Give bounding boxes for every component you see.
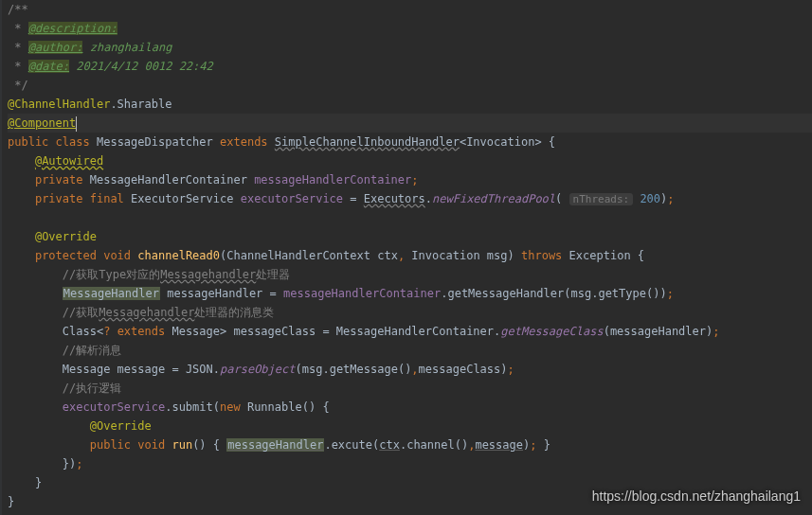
annotation-autowired: @Autowired <box>35 154 103 168</box>
code-line: MessageHandler messageHandler = messageH… <box>8 284 812 303</box>
doc-close: */ <box>8 79 28 92</box>
javadoc-author-tag: @author: <box>28 41 83 54</box>
code-line: @ChannelHandler.Sharable <box>8 95 812 114</box>
code-line: protected void channelRead0(ChannelHandl… <box>8 246 812 265</box>
type-messagehandler: MessageHandler <box>63 287 160 300</box>
code-line: @Autowired <box>8 151 812 170</box>
code-line: private MessageHandlerContainer messageH… <box>8 170 812 189</box>
watermark-text: https://blog.csdn.net/zhanghailang1 <box>592 487 801 506</box>
doc-open: /** <box>8 3 28 16</box>
annotation-sharable: @ChannelHandler <box>8 98 110 111</box>
code-line: executorService.submit(new Runnable() { <box>8 398 812 417</box>
field-exec: executorService <box>241 192 343 205</box>
code-line: Message message = JSON.parseObject(msg.g… <box>8 360 812 379</box>
code-line: private final ExecutorService executorSe… <box>8 189 812 208</box>
gutter <box>0 0 2 515</box>
class-name: MessageDispatcher <box>97 135 213 149</box>
code-line: @Override <box>8 227 812 246</box>
code-line: */ <box>8 76 812 95</box>
field-mhc: messageHandlerContainer <box>254 173 411 186</box>
code-line: @Override <box>8 417 812 435</box>
text-caret <box>76 116 77 132</box>
method-channelRead0: channelRead0 <box>137 249 220 262</box>
javadoc-description-tag: @description: <box>28 22 117 35</box>
code-line: * @date: 2021/4/12 0012 22:42 <box>8 57 812 76</box>
param-hint: nThreads: <box>569 193 634 205</box>
code-line: public void run() { messageHandler.excut… <box>8 435 812 454</box>
javadoc-date-tag: @date: <box>28 60 69 73</box>
javadoc-date-value: 2021/4/12 0012 22:42 <box>69 60 213 73</box>
code-line: //解析消息 <box>8 341 812 360</box>
code-line: * @author: zhanghailang <box>8 38 812 57</box>
code-line: //执行逻辑 <box>8 379 812 398</box>
code-line-caret: @Component <box>8 114 812 133</box>
code-line <box>8 208 812 227</box>
code-line: }); <box>8 454 812 473</box>
code-line: /** <box>8 0 812 19</box>
code-line: //获取Messagehandler处理器的消息类 <box>8 303 812 322</box>
code-line: * @description: <box>8 19 812 38</box>
javadoc-author-value: zhanghailang <box>82 41 171 54</box>
code-editor[interactable]: /** * @description: * @author: zhanghail… <box>0 0 812 515</box>
code-line: Class<? extends Message> messageClass = … <box>8 322 812 341</box>
annotation-override: @Override <box>35 230 97 243</box>
code-line: public class MessageDispatcher extends S… <box>8 133 812 151</box>
code-line: //获取Type对应的Messagehandler处理器 <box>8 265 812 284</box>
annotation-component: @Component <box>8 116 76 130</box>
